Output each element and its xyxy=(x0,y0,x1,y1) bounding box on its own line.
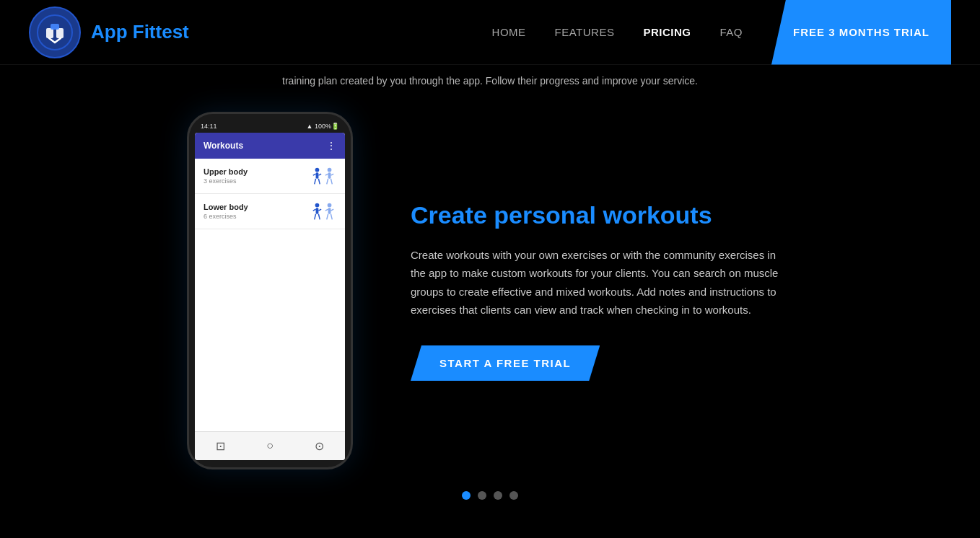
svg-rect-23 xyxy=(328,208,331,214)
section-description: Create workouts with your own exercises … xyxy=(411,246,793,319)
phone-time: 14:11 xyxy=(201,123,217,130)
svg-line-6 xyxy=(313,174,316,175)
svg-line-21 xyxy=(318,214,320,220)
navbar: App Fittest HOME FEATURES PRICING FAQ FR… xyxy=(0,0,980,65)
nav-home[interactable]: HOME xyxy=(492,26,526,38)
brand-name: App Fittest xyxy=(91,21,189,43)
phone-screen: Workouts ⋮ Upper body 3 exercises xyxy=(195,133,345,460)
top-text-strip: training plan created by you through the… xyxy=(0,65,980,110)
free-trial-cta-button[interactable]: FREE 3 MONTHS TRIAL xyxy=(771,0,951,65)
svg-rect-5 xyxy=(316,172,319,179)
phone-app-header: Workouts ⋮ xyxy=(195,133,345,159)
svg-line-13 xyxy=(331,174,333,175)
phone-app-menu-dots: ⋮ xyxy=(326,140,336,151)
logo-circle xyxy=(29,6,81,58)
svg-line-25 xyxy=(331,209,333,211)
carousel-dot-2[interactable] xyxy=(478,491,486,500)
nav-features[interactable]: FEATURES xyxy=(555,26,615,38)
carousel-dot-4[interactable] xyxy=(509,491,518,500)
phone-outer: 14:11 ▲ 100%🔋 Workouts ⋮ Upper body 3 ex… xyxy=(187,112,353,469)
svg-point-4 xyxy=(315,168,320,172)
start-free-trial-button[interactable]: START A FREE TRIAL xyxy=(411,345,600,381)
nav-faq[interactable]: FAQ xyxy=(719,26,743,38)
logo-link[interactable]: App Fittest xyxy=(29,6,189,58)
svg-line-27 xyxy=(331,214,332,220)
workout-item-lower-info: Lower body 6 exercises xyxy=(204,203,248,220)
workout-upper-count: 3 exercises xyxy=(204,177,248,185)
svg-line-15 xyxy=(331,179,332,185)
workout-item-upper-info: Upper body 3 exercises xyxy=(204,167,248,185)
main-content: 14:11 ▲ 100%🔋 Workouts ⋮ Upper body 3 ex… xyxy=(0,110,980,471)
phone-screen-empty xyxy=(195,229,345,345)
phone-bottom-nav: ⊡ ○ ⊙ xyxy=(195,431,345,460)
svg-rect-11 xyxy=(328,172,331,179)
phone-mockup: 14:11 ▲ 100%🔋 Workouts ⋮ Upper body 3 ex… xyxy=(187,112,353,469)
workout-lower-name: Lower body xyxy=(204,203,248,211)
nav-links: HOME FEATURES PRICING FAQ xyxy=(492,26,743,38)
workout-upper-icon xyxy=(310,166,336,186)
svg-line-24 xyxy=(325,209,328,211)
svg-rect-1 xyxy=(46,28,53,38)
svg-line-8 xyxy=(315,179,316,185)
phone-battery: ▲ 100%🔋 xyxy=(307,123,339,130)
nav-pricing[interactable]: PRICING xyxy=(643,26,691,38)
svg-line-18 xyxy=(313,209,316,211)
phone-profile-icon: ⊙ xyxy=(315,439,324,453)
workout-item-upper: Upper body 3 exercises xyxy=(195,159,345,194)
svg-line-20 xyxy=(315,214,316,220)
workout-lower-count: 6 exercises xyxy=(204,213,248,220)
phone-chat-icon: ○ xyxy=(266,439,274,453)
svg-line-26 xyxy=(327,214,328,220)
carousel-dots xyxy=(0,471,980,514)
svg-point-10 xyxy=(328,168,332,172)
svg-rect-17 xyxy=(316,208,319,214)
workout-upper-name: Upper body xyxy=(204,167,248,176)
svg-point-0 xyxy=(38,15,72,50)
svg-point-22 xyxy=(328,203,332,208)
svg-line-19 xyxy=(318,209,321,211)
svg-point-16 xyxy=(315,203,320,208)
carousel-dot-3[interactable] xyxy=(494,491,502,500)
phone-home-icon: ⊡ xyxy=(216,439,225,453)
svg-line-7 xyxy=(318,174,321,175)
carousel-dot-1[interactable] xyxy=(462,491,471,500)
svg-line-14 xyxy=(327,179,328,185)
phone-status-bar: 14:11 ▲ 100%🔋 xyxy=(195,123,345,133)
svg-line-12 xyxy=(325,174,328,175)
top-description-text: training plan created by you through the… xyxy=(237,74,743,89)
section-title: Create personal workouts xyxy=(411,200,793,230)
workout-item-lower: Lower body 6 exercises xyxy=(195,194,345,229)
svg-rect-3 xyxy=(51,24,59,30)
phone-app-title: Workouts xyxy=(204,141,243,151)
right-content: Create personal workouts Create workouts… xyxy=(411,200,793,381)
workout-lower-icon xyxy=(310,201,336,221)
svg-rect-2 xyxy=(56,28,64,38)
svg-line-9 xyxy=(318,179,320,185)
